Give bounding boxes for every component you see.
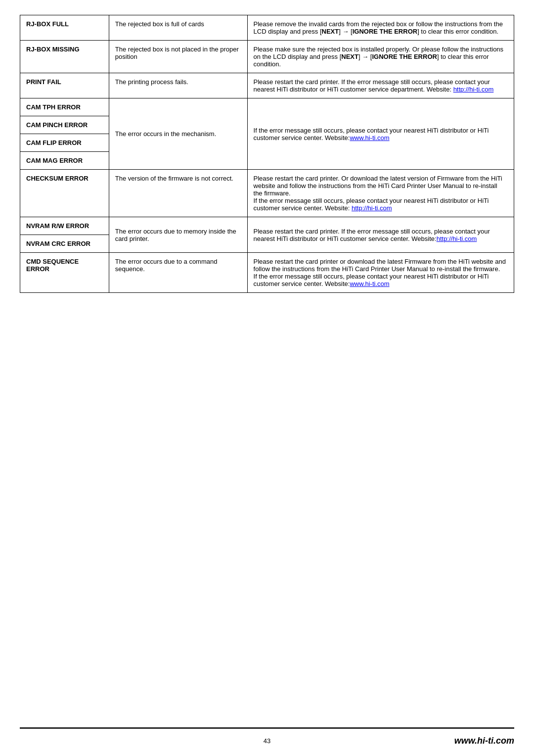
solution-cell: Please restart the card printer. Or down… <box>247 170 514 217</box>
solution-text: Please restart the card printer. If the … <box>254 228 490 242</box>
error-name: CAM FLIP ERROR <box>26 139 82 146</box>
table-row: CMD SEQUENCEERROR The error occurs due t… <box>20 253 514 293</box>
cause-text: The rejected box is not placed in the pr… <box>115 46 239 60</box>
error-name: NVRAM CRC ERROR <box>26 240 90 247</box>
footer-website: www.hi-ti.com <box>454 736 514 746</box>
error-table: RJ-BOX FULL The rejected box is full of … <box>20 15 514 293</box>
solution-cell: Please restart the card printer. If the … <box>247 217 514 253</box>
cause-text: The error occurs due to a command sequen… <box>115 258 218 273</box>
error-name: RJ-BOX FULL <box>26 20 69 28</box>
footer: 43 www.hi-ti.com <box>0 736 534 746</box>
website-link[interactable]: http://hi-ti.com <box>352 204 392 212</box>
solution-text: Please restart the card printer or downl… <box>254 258 506 287</box>
error-name: CMD SEQUENCEERROR <box>26 258 79 273</box>
error-name: CAM TPH ERROR <box>26 103 81 111</box>
cause-text: The error occurs due to memory inside th… <box>115 228 236 242</box>
solution-text: Please remove the invalid cards from the… <box>254 20 503 35</box>
error-cell: CAM MAG ERROR <box>20 152 109 170</box>
page-container: RJ-BOX FULL The rejected box is full of … <box>0 0 534 332</box>
error-cell: RJ-BOX MISSING <box>20 41 109 73</box>
error-cell: NVRAM CRC ERROR <box>20 235 109 253</box>
cause-cell: The rejected box is not placed in the pr… <box>109 41 247 73</box>
solution-text: Please make sure the rejected box is ins… <box>254 46 504 68</box>
cause-cell: The rejected box is full of cards <box>109 15 247 41</box>
cause-text: The error occurs in the mechanism. <box>115 130 216 138</box>
website-link[interactable]: www.hi-ti.com <box>350 134 389 142</box>
solution-text: Please restart the card printer. Or down… <box>254 175 502 212</box>
page-number: 43 <box>184 737 349 745</box>
website-link[interactable]: http://hi-ti.com <box>453 86 494 93</box>
error-cell: CAM TPH ERROR <box>20 98 109 116</box>
cause-text: The rejected box is full of cards <box>115 20 204 28</box>
error-name: CAM PINCH ERROR <box>26 121 88 129</box>
cause-cell: The version of the firmware is not corre… <box>109 170 247 217</box>
table-row: NVRAM R/W ERROR The error occurs due to … <box>20 217 514 235</box>
error-name: CAM MAG ERROR <box>26 157 83 164</box>
error-name: PRINT FAIL <box>26 78 61 86</box>
solution-cell: Please make sure the rejected box is ins… <box>247 41 514 73</box>
cause-cell: The printing process fails. <box>109 73 247 98</box>
table-row: RJ-BOX MISSING The rejected box is not p… <box>20 41 514 73</box>
error-cell: CMD SEQUENCEERROR <box>20 253 109 293</box>
error-cell: NVRAM R/W ERROR <box>20 217 109 235</box>
table-row: PRINT FAIL The printing process fails. P… <box>20 73 514 98</box>
table-row: CHECKSUM ERROR The version of the firmwa… <box>20 170 514 217</box>
error-cell: CAM FLIP ERROR <box>20 134 109 152</box>
solution-cell: Please restart the card printer. If the … <box>247 73 514 98</box>
cause-text: The printing process fails. <box>115 78 188 86</box>
error-name: RJ-BOX MISSING <box>26 46 80 53</box>
table-row: RJ-BOX FULL The rejected box is full of … <box>20 15 514 41</box>
error-cell: RJ-BOX FULL <box>20 15 109 41</box>
solution-text: If the error message still occurs, pleas… <box>254 127 489 142</box>
error-cell: PRINT FAIL <box>20 73 109 98</box>
cause-cell: The error occurs in the mechanism. <box>109 98 247 170</box>
website-link[interactable]: http://hi-ti.com <box>437 235 477 242</box>
error-cell: CHECKSUM ERROR <box>20 170 109 217</box>
solution-text: Please restart the card printer. If the … <box>254 78 494 93</box>
cause-cell: The error occurs due to a command sequen… <box>109 253 247 293</box>
solution-cell: Please remove the invalid cards from the… <box>247 15 514 41</box>
cause-text: The version of the firmware is not corre… <box>115 175 233 182</box>
solution-cell: Please restart the card printer or downl… <box>247 253 514 293</box>
footer-right: www.hi-ti.com <box>350 736 514 746</box>
solution-cell: If the error message still occurs, pleas… <box>247 98 514 170</box>
table-row: CAM TPH ERROR The error occurs in the me… <box>20 98 514 116</box>
website-link[interactable]: www.hi-ti.com <box>350 280 389 287</box>
cause-cell: The error occurs due to memory inside th… <box>109 217 247 253</box>
error-name: NVRAM R/W ERROR <box>26 222 89 230</box>
error-cell: CAM PINCH ERROR <box>20 116 109 134</box>
footer-bar <box>20 727 514 729</box>
error-name: CHECKSUM ERROR <box>26 175 89 182</box>
